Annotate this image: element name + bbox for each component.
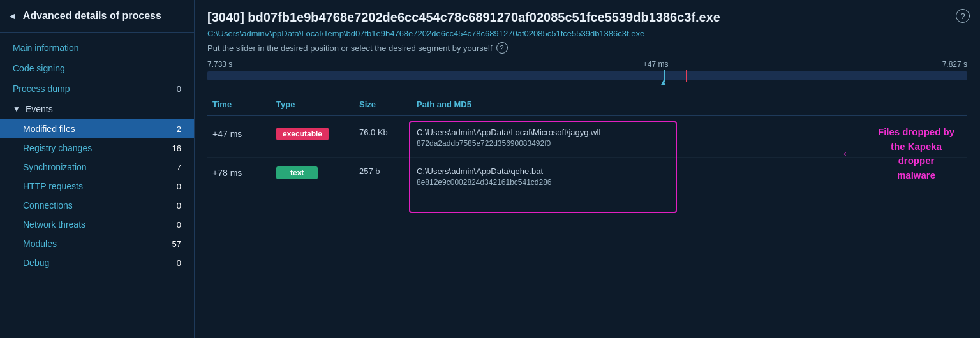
badge-text: text: [276, 166, 318, 179]
sidebar-label-process-dump: Process dump: [13, 84, 70, 94]
table-header: Time Type Size Path and MD5: [207, 93, 967, 116]
timeline-start: 7.733 s: [207, 60, 232, 69]
main-content: ? [3040] bd07fb1e9b4768e7202de6cc454c78c…: [195, 0, 980, 338]
sidebar-badge-network-threats: 0: [177, 220, 181, 230]
sidebar-item-registry-changes[interactable]: Registry changes 16: [0, 138, 194, 158]
col-header-size: Size: [354, 97, 412, 112]
timeline-end: 7.827 s: [942, 60, 967, 69]
sidebar-badge-process-dump: 0: [177, 84, 181, 94]
sidebar-label-network-threats: Network threats: [23, 219, 85, 230]
timeline-bar[interactable]: ▲: [207, 71, 967, 80]
timeline-labels: 7.733 s +47 ms 7.827 s: [207, 60, 967, 69]
timeline-marker-label: +47 ms: [643, 60, 669, 69]
annotation-text: Files dropped bythe Kapekadroppermalware: [878, 125, 954, 182]
table-container: Time Type Size Path and MD5 +47 ms execu…: [207, 93, 967, 328]
sidebar-label-modules: Modules: [23, 239, 57, 249]
col-header-type: Type: [271, 97, 354, 112]
process-path: C:\Users\admin\AppData\Local\Temp\bd07fb…: [207, 29, 967, 38]
sidebar-badge-registry-changes: 16: [172, 143, 181, 153]
cell-type-1: executable: [271, 125, 354, 143]
sidebar-badge-connections: 0: [177, 201, 181, 210]
sidebar-label-main-information: Main information: [13, 43, 79, 53]
col-header-time: Time: [207, 97, 271, 112]
timeline-marker-red: [686, 70, 687, 82]
badge-executable: executable: [276, 128, 329, 140]
cell-time-1: +47 ms: [207, 125, 271, 142]
sidebar-item-synchronization[interactable]: Synchronization 7: [0, 158, 194, 177]
sidebar-label-http-requests: HTTP requests: [23, 181, 83, 191]
sidebar-label-code-signing: Code signing: [13, 63, 65, 73]
help-icon[interactable]: ?: [956, 9, 970, 23]
sidebar-item-process-dump[interactable]: Process dump 0: [0, 78, 194, 99]
cell-time-2: +78 ms: [207, 164, 271, 180]
sidebar-label-debug: Debug: [23, 258, 49, 268]
timeline-container[interactable]: 7.733 s +47 ms 7.827 s ▲: [207, 60, 967, 80]
cell-type-2: text: [271, 164, 354, 182]
slider-hint-text: Put the slider in the desired position o…: [207, 43, 493, 53]
sidebar-item-debug[interactable]: Debug 0: [0, 253, 194, 272]
sidebar-events-section[interactable]: ▼ Events: [0, 99, 194, 119]
sidebar-label-synchronization: Synchronization: [23, 162, 87, 172]
cell-size-2: 257 b: [354, 164, 412, 179]
process-title: [3040] bd07fb1e9b4768e7202de6cc454c78c68…: [207, 10, 967, 25]
back-arrow-icon: ◄: [8, 11, 17, 21]
slider-hint: Put the slider in the desired position o…: [207, 42, 967, 54]
sidebar-item-main-information[interactable]: Main information: [0, 38, 194, 58]
sidebar-badge-synchronization: 7: [177, 163, 181, 172]
sidebar-badge-modules: 57: [172, 239, 181, 249]
sidebar-badge-modified-files: 2: [177, 124, 181, 134]
annotation-arrow-icon: ←: [841, 145, 855, 162]
col-header-path: Path and MD5: [412, 97, 967, 112]
sidebar-badge-http-requests: 0: [177, 182, 181, 191]
sidebar-label-modified-files: Modified files: [23, 124, 75, 134]
sidebar-item-connections[interactable]: Connections 0: [0, 196, 194, 215]
sidebar-events-label: Events: [26, 104, 53, 114]
sidebar: ◄ Advanced details of process Main infor…: [0, 0, 195, 338]
sidebar-label-registry-changes: Registry changes: [23, 143, 92, 153]
sidebar-item-network-threats[interactable]: Network threats 0: [0, 215, 194, 234]
sidebar-header[interactable]: ◄ Advanced details of process: [0, 0, 194, 33]
sidebar-item-modules[interactable]: Modules 57: [0, 234, 194, 253]
sidebar-item-modified-files[interactable]: Modified files 2: [0, 119, 194, 138]
hint-icon[interactable]: ?: [496, 42, 508, 54]
sidebar-item-http-requests[interactable]: HTTP requests 0: [0, 177, 194, 196]
cell-size-1: 76.0 Kb: [354, 125, 412, 140]
sidebar-label-connections: Connections: [23, 200, 73, 210]
table-row: +78 ms text 257 b C:\Users\admin\AppData…: [207, 158, 967, 196]
timeline-arrow-icon: ▲: [660, 78, 667, 87]
sidebar-item-code-signing[interactable]: Code signing: [0, 58, 194, 78]
events-arrow-icon: ▼: [13, 105, 20, 114]
sidebar-nav: Main information Code signing Process du…: [0, 33, 194, 277]
sidebar-title: Advanced details of process: [23, 10, 161, 22]
sidebar-badge-debug: 0: [177, 258, 181, 268]
